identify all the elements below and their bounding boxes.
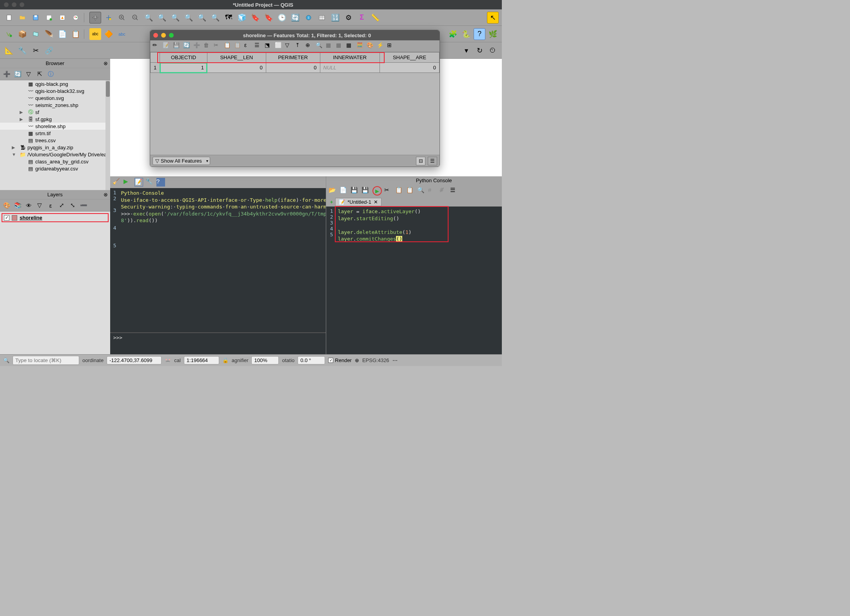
filter-browser-icon[interactable]: ▽	[24, 70, 33, 78]
column-header[interactable]: PERIMETER	[266, 53, 320, 63]
table-row[interactable]: 1 1 0 0 NULL 0	[151, 63, 440, 73]
row-number[interactable]: 1	[151, 63, 160, 73]
minimize-window-button[interactable]	[12, 2, 16, 7]
attribute-table-button[interactable]	[316, 12, 328, 24]
add-feature-icon[interactable]: ➕	[193, 42, 202, 51]
attr-zoom-button[interactable]	[169, 33, 174, 38]
table-corner[interactable]	[151, 53, 160, 63]
temporal-controller-button[interactable]: 🕒	[276, 12, 288, 24]
layers-collapse-icon[interactable]: ⤡	[68, 201, 77, 210]
copy-icon[interactable]: 📋	[224, 42, 232, 51]
new-project-button[interactable]	[3, 12, 15, 24]
options-icon[interactable]: 🔧	[145, 178, 154, 187]
layers-filter-icon[interactable]: ▽	[35, 201, 44, 210]
layers-panel[interactable]: ✓ shoreline	[0, 212, 110, 354]
messages-icon[interactable]: ⋯	[392, 357, 398, 363]
label-toolbar-button[interactable]: abc	[89, 28, 101, 40]
open-project-button[interactable]	[16, 12, 28, 24]
extents-icon[interactable]: 🐭	[165, 357, 171, 363]
zoom-full-button[interactable]: 🔍	[143, 12, 154, 24]
save-project-button[interactable]	[30, 12, 42, 24]
column-header[interactable]: SHAPE__LEN	[207, 53, 266, 63]
pan-to-selection-button[interactable]	[103, 12, 114, 24]
browser-tree[interactable]: ▦qgis-black.png 〰qgis-icon-black32.svg 〰…	[0, 80, 110, 190]
style-manager-button[interactable]	[70, 12, 82, 24]
column-header[interactable]: SHAPE__ARE	[380, 53, 440, 63]
select-all-icon[interactable]: ☰	[254, 42, 263, 51]
properties-icon[interactable]: ⓘ	[46, 70, 55, 78]
new-3d-view-button[interactable]: 🧊	[236, 12, 248, 24]
annotation-button[interactable]: abc	[116, 28, 128, 40]
show-bookmarks-button[interactable]: 🔖	[263, 12, 274, 24]
digitize-tool-2[interactable]: 🔧	[16, 45, 28, 56]
help-button[interactable]: ?	[474, 28, 485, 40]
new-temp-scratch-button[interactable]: 📄	[56, 28, 68, 40]
new-map-view-button[interactable]: 🗺	[223, 12, 234, 24]
cut-icon[interactable]: ✂	[384, 187, 393, 195]
processing-icon[interactable]: ↻	[474, 45, 485, 56]
new-script-icon[interactable]: 📄	[340, 187, 348, 195]
graph-dropdown[interactable]: ▾	[460, 45, 472, 56]
save-script-icon[interactable]: 💾	[351, 187, 359, 195]
close-tab-icon[interactable]: ✕	[374, 199, 378, 205]
plugins-button[interactable]: 🧩	[447, 28, 459, 40]
pan-map-button[interactable]	[89, 12, 101, 24]
crs-icon[interactable]: ⊕	[355, 357, 359, 363]
move-to-top-icon[interactable]: ⤒	[295, 42, 304, 51]
attribute-table-window[interactable]: shoreline — Features Total: 1, Filtered:…	[150, 30, 440, 167]
layers-expand-icon[interactable]: ⤢	[57, 201, 66, 210]
field-calculator-icon[interactable]: 🧮	[356, 42, 365, 51]
new-geopackage-button[interactable]: 📦	[16, 28, 28, 40]
find-icon[interactable]: 🔍	[417, 187, 426, 195]
digitize-tool-3[interactable]: ✂	[30, 45, 42, 56]
conditional-formatting-icon[interactable]: 🎨	[367, 42, 375, 51]
attr-close-button[interactable]	[153, 33, 158, 38]
browser-scrollbar[interactable]	[105, 80, 110, 190]
cut-icon[interactable]: ✂	[214, 42, 222, 51]
collapse-browser-icon[interactable]: ⇱	[35, 70, 44, 78]
coordinate-value[interactable]: -122.4700,37.6099	[107, 356, 162, 364]
dock-icon[interactable]: ⊞	[387, 42, 396, 51]
stats-button[interactable]: Σ	[356, 12, 368, 24]
identify-button[interactable]: i	[303, 12, 314, 24]
layer-row[interactable]: ✓ shoreline	[2, 213, 109, 222]
run-script-icon[interactable]: ▶	[372, 186, 382, 196]
add-vector-button[interactable]	[3, 28, 15, 40]
table-cell[interactable]: 0	[207, 63, 266, 73]
layers-visibility-icon[interactable]: 👁	[24, 201, 33, 210]
zoom-selection-button[interactable]: 🔍	[156, 12, 168, 24]
multi-edit-icon[interactable]: 📝	[163, 42, 171, 51]
column-header[interactable]: INNERWATER	[320, 53, 380, 63]
delete-selected-icon[interactable]: 🗑	[203, 42, 212, 51]
reload-icon[interactable]: 🔄	[183, 42, 192, 51]
zoom-next-button[interactable]: 🔍	[209, 12, 221, 24]
clear-console-icon[interactable]: 🧹	[113, 178, 121, 187]
zoom-native-button[interactable]: 🔍	[183, 12, 194, 24]
editor-tab[interactable]: 📝 *Untitled-1 ✕	[335, 198, 381, 206]
plugin-icon[interactable]: 🌿	[487, 28, 499, 40]
expand-icon[interactable]: ▶	[12, 145, 15, 150]
close-window-button[interactable]	[4, 2, 9, 7]
save-as-icon[interactable]: 💾	[361, 187, 370, 195]
expand-icon[interactable]: ▶	[20, 117, 23, 122]
table-cell-null[interactable]: NULL	[320, 63, 380, 73]
layer-name[interactable]: shoreline	[20, 215, 42, 221]
editor-code[interactable]: layer = iface.activeLayer() layer.startE…	[336, 207, 502, 354]
layer-visibility-checkbox[interactable]: ✓	[4, 215, 9, 221]
attr-table-wrap[interactable]: OBJECTID SHAPE__LEN PERIMETER INNERWATER…	[150, 52, 440, 155]
new-bookmark-button[interactable]: 🔖	[249, 12, 261, 24]
table-view-button[interactable]: ☰	[428, 157, 437, 165]
layers-remove-icon[interactable]: ➖	[79, 201, 88, 210]
collapse-icon[interactable]: ▼	[12, 152, 16, 157]
locator-input[interactable]	[13, 356, 79, 365]
save-edits-icon[interactable]: 💾	[173, 42, 182, 51]
python-input[interactable]: >>>	[110, 332, 326, 354]
run-command-icon[interactable]: ▶	[124, 178, 132, 187]
history-icon[interactable]: ⏲	[487, 45, 499, 56]
zoom-in-button[interactable]	[116, 12, 128, 24]
open-script-icon[interactable]: 📂	[329, 187, 337, 195]
refresh-button[interactable]: 🔄	[289, 12, 301, 24]
new-shapefile-button[interactable]	[30, 28, 42, 40]
zoom-last-button[interactable]: 🔍	[196, 12, 208, 24]
digitize-tool-4[interactable]: 🔗	[43, 45, 55, 56]
